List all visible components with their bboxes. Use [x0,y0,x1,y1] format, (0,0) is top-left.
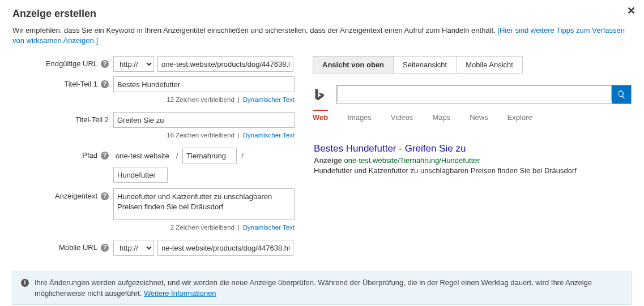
bing-logo-icon [313,88,326,101]
help-icon[interactable]: ? [101,244,109,252]
serp-tab-news[interactable]: News [470,113,488,126]
ad-preview: Bestes Hundefutter - Greifen Sie zu Anze… [313,143,632,175]
ad-form: Endgültige URL ? http:// Titel-Teil 1 ? [12,56,296,259]
tab-side-view[interactable]: Seitenansicht [394,57,457,73]
search-icon [617,90,626,99]
tab-mobile-view[interactable]: Mobile Ansicht [457,57,522,73]
path-label: Pfad [82,151,97,160]
intro-text: Wir empfehlen, dass Sie ein Keyword in I… [0,25,644,56]
ad-preview-panel: Ansicht von oben Seitenansicht Mobile An… [313,56,632,259]
ad-preview-label: Anzeige [314,156,342,165]
help-icon[interactable]: ? [101,192,109,200]
adtext-dynamic-text-link[interactable]: Dynamischer Text [243,224,295,231]
title1-dynamic-text-link[interactable]: Dynamischer Text [243,96,295,103]
tab-top-view[interactable]: Ansicht von oben [313,57,394,73]
title2-counter: 16 Zeichen verbleibend [167,132,234,139]
help-icon[interactable]: ? [101,152,109,160]
ad-preview-title: Bestes Hundefutter - Greifen Sie zu [314,143,632,154]
path1-input[interactable] [182,148,237,163]
mobile-url-label: Mobile URL [59,243,97,252]
help-icon[interactable]: ? [101,80,109,88]
final-url-label: Endgültige URL [46,59,97,68]
serp-tab-maps[interactable]: Maps [432,113,450,126]
search-bar [336,85,632,104]
serp-tab-web[interactable]: Web [313,113,328,126]
serp-tab-videos[interactable]: Videos [391,113,413,126]
info-icon: i [21,279,29,287]
title2-input[interactable] [113,112,295,128]
info-more-link[interactable]: Weitere Informationen [144,289,216,298]
final-url-input[interactable] [157,56,293,72]
preview-view-tabs: Ansicht von oben Seitenansicht Mobile An… [313,56,523,74]
mobile-url-protocol-select[interactable]: http:// [113,240,154,256]
mobile-url-input[interactable] [157,240,293,256]
adtext-textarea[interactable] [113,188,295,220]
title1-input[interactable] [113,76,295,92]
search-input[interactable] [337,85,612,101]
adtext-label: Anzeigentext [55,192,97,200]
search-button[interactable] [612,85,631,104]
serp-tab-images[interactable]: Images [347,113,372,126]
title1-counter: 12 Zeichen verbleibend [167,96,234,103]
title2-label: Titel-Teil 2 [75,115,109,124]
ad-preview-description: Hundefutter und Katzenfutter zu unschlag… [314,166,632,175]
path2-input[interactable] [113,167,168,183]
review-info-bar: i Ihre Änderungen werden aufgezeichnet, … [12,271,632,304]
info-text: Ihre Änderungen werden aufgezeichnet, un… [35,278,592,297]
path-domain: one-test.website [113,152,172,160]
create-ad-dialog: ✕ Anzeige erstellen Wir empfehlen, dass … [0,0,644,306]
title2-dynamic-text-link[interactable]: Dynamischer Text [243,132,295,139]
ad-preview-url: one-test.website/Tiernahrung/Hundefutter [344,156,479,165]
final-url-protocol-select[interactable]: http:// [113,56,154,72]
intro-body: Wir empfehlen, dass Sie ein Keyword in I… [12,26,497,35]
serp-tabs: Web Images Videos Maps News Explore [313,113,632,126]
dialog-title: Anzeige erstellen [0,0,644,25]
close-icon[interactable]: ✕ [627,5,636,17]
serp-tab-explore[interactable]: Explore [507,113,532,126]
title1-label: Titel-Teil 1 [64,80,97,88]
help-icon[interactable]: ? [101,60,109,68]
adtext-counter: 2 Zeichen verbleibend [170,224,234,231]
